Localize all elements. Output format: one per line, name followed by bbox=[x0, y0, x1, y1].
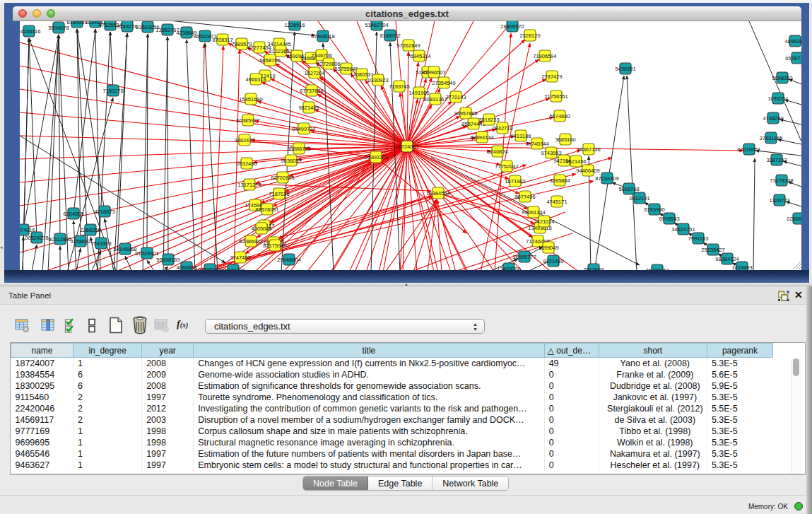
svg-text:2328120: 2328120 bbox=[519, 33, 540, 39]
svg-text:77752047: 77752047 bbox=[495, 163, 518, 170]
svg-text:37631165: 37631165 bbox=[760, 135, 783, 141]
svg-text:9521456: 9521456 bbox=[565, 158, 586, 165]
svg-text:6204505: 6204505 bbox=[63, 211, 83, 217]
svg-text:8677496: 8677496 bbox=[514, 194, 535, 200]
svg-text:80112805: 80112805 bbox=[49, 236, 72, 243]
svg-text:82175946: 82175946 bbox=[263, 243, 286, 249]
svg-text:37996507: 37996507 bbox=[422, 69, 445, 76]
svg-text:3747407: 3747407 bbox=[230, 255, 250, 261]
svg-text:8148932: 8148932 bbox=[379, 33, 400, 39]
svg-text:1627204: 1627204 bbox=[304, 70, 324, 76]
svg-text:54235116: 54235116 bbox=[18, 28, 41, 35]
svg-text:67737826: 67737826 bbox=[300, 88, 323, 94]
svg-text:4005045: 4005045 bbox=[251, 226, 271, 232]
svg-text:7187026: 7187026 bbox=[269, 191, 289, 197]
svg-text:74367136: 74367136 bbox=[577, 146, 600, 153]
svg-text:7182278: 7182278 bbox=[102, 88, 123, 94]
svg-text:19384554: 19384554 bbox=[426, 190, 449, 197]
svg-text:80831367: 80831367 bbox=[423, 96, 447, 103]
svg-text:4896383: 4896383 bbox=[784, 38, 805, 45]
svg-text:2260256: 2260256 bbox=[80, 227, 100, 233]
svg-text:5430391: 5430391 bbox=[615, 66, 635, 72]
svg-text:34624751: 34624751 bbox=[671, 226, 695, 233]
svg-text:4745171: 4745171 bbox=[546, 199, 567, 205]
svg-text:55698169: 55698169 bbox=[156, 257, 180, 263]
svg-text:4966319: 4966319 bbox=[245, 76, 266, 83]
svg-text:5240824: 5240824 bbox=[487, 148, 507, 155]
svg-text:7770143: 7770143 bbox=[445, 94, 466, 100]
svg-text:65787133: 65787133 bbox=[785, 55, 808, 62]
svg-text:73178108: 73178108 bbox=[770, 177, 793, 184]
svg-text:04499727: 04499727 bbox=[292, 126, 315, 132]
svg-text:87234309: 87234309 bbox=[595, 175, 618, 182]
svg-text:6998543: 6998543 bbox=[659, 216, 679, 222]
svg-text:3285884: 3285884 bbox=[549, 177, 570, 184]
svg-text:5674680: 5674680 bbox=[549, 113, 570, 119]
svg-text:3482477: 3482477 bbox=[234, 137, 254, 144]
svg-text:25300203: 25300203 bbox=[364, 154, 387, 160]
svg-text:49894134: 49894134 bbox=[470, 134, 493, 141]
svg-text:36995777: 36995777 bbox=[512, 254, 536, 260]
svg-text:5098393: 5098393 bbox=[772, 75, 792, 81]
svg-text:7193745: 7193745 bbox=[389, 83, 409, 90]
svg-text:28809570: 28809570 bbox=[500, 23, 524, 30]
svg-text:7543303: 7543303 bbox=[90, 240, 111, 247]
svg-text:5009788: 5009788 bbox=[618, 186, 639, 192]
svg-text:4216073: 4216073 bbox=[94, 209, 114, 215]
svg-text:9636057: 9636057 bbox=[281, 158, 301, 164]
svg-text:0812191: 0812191 bbox=[629, 195, 649, 201]
svg-text:02606474: 02606474 bbox=[787, 216, 810, 222]
svg-text:5594078: 5594078 bbox=[48, 25, 69, 31]
svg-text:98084124: 98084124 bbox=[715, 256, 739, 262]
svg-text:57262849: 57262849 bbox=[396, 42, 420, 49]
svg-text:34874016: 34874016 bbox=[11, 227, 35, 233]
svg-text:94406409: 94406409 bbox=[576, 168, 599, 174]
svg-text:1399049: 1399049 bbox=[538, 245, 558, 251]
svg-text:67010651: 67010651 bbox=[737, 146, 760, 153]
svg-text:55886753: 55886753 bbox=[287, 146, 310, 152]
svg-text:0330923: 0330923 bbox=[367, 77, 388, 83]
svg-text:3158692: 3158692 bbox=[70, 238, 90, 245]
svg-text:54145868: 54145868 bbox=[113, 246, 136, 252]
svg-text:9821465: 9821465 bbox=[298, 105, 319, 111]
svg-text:8708317: 8708317 bbox=[212, 37, 233, 43]
svg-text:34957885: 34957885 bbox=[454, 110, 477, 117]
svg-text:18724007: 18724007 bbox=[395, 144, 418, 150]
svg-text:7991183: 7991183 bbox=[688, 235, 709, 242]
svg-text:51462704: 51462704 bbox=[365, 22, 388, 28]
svg-text:9413186: 9413186 bbox=[510, 133, 531, 139]
svg-text:27354549: 27354549 bbox=[432, 80, 455, 86]
svg-text:9743953: 9743953 bbox=[541, 150, 561, 156]
svg-text:9283276: 9283276 bbox=[117, 23, 137, 30]
svg-text:29946804: 29946804 bbox=[277, 257, 300, 263]
svg-text:62702895: 62702895 bbox=[271, 175, 294, 181]
svg-text:01429401: 01429401 bbox=[135, 250, 158, 257]
svg-text:15451680: 15451680 bbox=[239, 96, 262, 103]
svg-text:1031051: 1031051 bbox=[767, 95, 788, 102]
svg-text:6658760: 6658760 bbox=[259, 57, 280, 64]
svg-text:00524278: 00524278 bbox=[25, 235, 48, 241]
svg-text:3685160: 3685160 bbox=[555, 136, 575, 143]
svg-text:7346706: 7346706 bbox=[311, 52, 331, 59]
svg-text:6193990: 6193990 bbox=[644, 206, 664, 213]
svg-text:8721489: 8721489 bbox=[543, 258, 563, 264]
svg-text:71906594: 71906594 bbox=[533, 53, 556, 59]
svg-text:1491905: 1491905 bbox=[408, 90, 429, 96]
svg-text:79740344: 79740344 bbox=[525, 141, 548, 147]
svg-text:0842710: 0842710 bbox=[492, 125, 512, 132]
svg-text:2421024: 2421024 bbox=[534, 218, 554, 225]
svg-text:3387262: 3387262 bbox=[766, 157, 787, 163]
svg-text:62386922: 62386922 bbox=[239, 238, 262, 245]
svg-text:71756551: 71756551 bbox=[544, 93, 567, 100]
svg-text:97848018: 97848018 bbox=[311, 33, 334, 40]
svg-text:86578091: 86578091 bbox=[255, 206, 278, 213]
svg-text:1326773: 1326773 bbox=[769, 197, 789, 204]
svg-text:4738299: 4738299 bbox=[763, 115, 783, 122]
svg-text:76945314: 76945314 bbox=[407, 53, 430, 59]
svg-text:0932480: 0932480 bbox=[236, 160, 257, 167]
svg-text:3518233: 3518233 bbox=[478, 117, 499, 123]
svg-text:1671902: 1671902 bbox=[505, 178, 525, 185]
svg-text:60385977: 60385977 bbox=[236, 117, 259, 124]
svg-text:25135427: 25135427 bbox=[701, 247, 724, 253]
svg-text:1226916: 1226916 bbox=[284, 22, 305, 28]
